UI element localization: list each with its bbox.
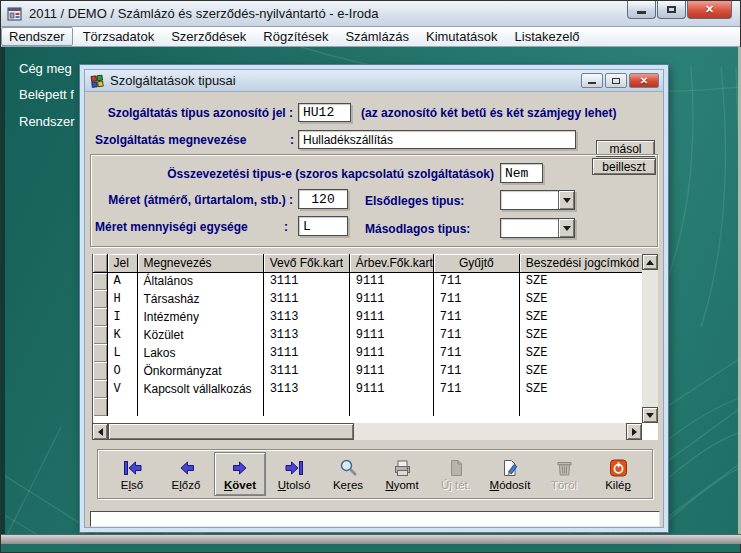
cell-jel: V <box>107 380 137 398</box>
dialog-maximize-button[interactable] <box>605 73 627 88</box>
row-selector[interactable] <box>93 290 107 308</box>
vertical-scrollbar[interactable] <box>642 254 658 423</box>
cell-jel: K <box>107 326 137 344</box>
cell-empty <box>137 398 263 416</box>
cell-rbev-f-k-kart: 9111 <box>349 272 433 290</box>
prev-button[interactable]: Előző <box>160 452 212 496</box>
trash-icon <box>554 457 575 478</box>
cell-rbev-f-k-kart: 9111 <box>349 290 433 308</box>
row-selector[interactable] <box>93 362 107 380</box>
menu-item-kimutat-sok[interactable]: Kimutatások <box>419 28 505 45</box>
prev-icon <box>176 457 197 478</box>
cell-vev-f-k-kart: 3111 <box>263 290 349 308</box>
row-selector[interactable] <box>93 380 107 398</box>
scroll-right-button[interactable] <box>626 423 642 440</box>
chevron-down-icon <box>563 226 571 231</box>
maximize-icon <box>612 78 620 84</box>
size-input[interactable] <box>298 189 348 209</box>
window-maximize-button[interactable] <box>657 1 686 19</box>
secondary-type-combo[interactable] <box>500 218 575 238</box>
print-button[interactable]: Nyomt <box>376 452 428 496</box>
cell-gy-jt: 711 <box>433 326 519 344</box>
table-row[interactable]: HTársasház31119111711SZE <box>93 290 642 308</box>
menu-item-listakezel[interactable]: Listakezelő <box>508 28 587 45</box>
last-button[interactable]: Utolsó <box>268 452 320 496</box>
window-minimize-button[interactable] <box>627 1 656 19</box>
service-types-table: JelMegnevezésVevő Fők.kartÁrbev.Fők.kart… <box>93 254 642 416</box>
horizontal-scroll-thumb[interactable] <box>108 423 354 440</box>
menu-item-t-rzsadatok[interactable]: Törzsadatok <box>76 28 162 45</box>
dialog-close-button[interactable]: ✕ <box>629 73 659 88</box>
cell-gy-jt: 711 <box>433 344 519 362</box>
row-selector[interactable] <box>93 272 107 290</box>
column-header-beszed-si-jogc-mk-d[interactable]: Beszedési jogcímkód <box>519 254 642 272</box>
button-label: Keres <box>333 479 363 491</box>
service-name-input[interactable] <box>298 130 576 149</box>
dialog-titlebar[interactable]: Szolgáltatások tipusai ✕ <box>85 70 663 92</box>
menu-item-szerz-d-sek[interactable]: Szerződések <box>164 28 253 45</box>
printer-icon <box>392 457 413 478</box>
arrow-down-icon <box>646 413 654 418</box>
window-close-button[interactable]: ✕ <box>687 1 732 19</box>
primary-type-combo[interactable] <box>500 190 575 210</box>
column-header-jel[interactable]: Jel <box>107 254 137 272</box>
table-row[interactable]: IIntézmény31139111711SZE <box>93 308 642 326</box>
cell-megnevez-s: Intézmény <box>137 308 263 326</box>
unit-input[interactable] <box>298 216 348 236</box>
menu-item-sz-ml-z-s[interactable]: Számlázás <box>338 28 416 45</box>
column-header-vev-f-k-kart[interactable]: Vevő Fők.kart <box>263 254 349 272</box>
scroll-left-button[interactable] <box>92 423 108 440</box>
cell-gy-jt: 711 <box>433 308 519 326</box>
cell-empty <box>519 398 642 416</box>
row-selector[interactable] <box>93 308 107 326</box>
table-row[interactable]: VKapcsolt vállalkozás31139111711SZE <box>93 380 642 398</box>
magnifier-icon <box>338 457 359 478</box>
cell-vev-f-k-kart: 3111 <box>263 362 349 380</box>
service-types-dialog: Szolgáltatások tipusai ✕ Szolgáltatás tí… <box>79 64 669 533</box>
button-label: Nyomt <box>385 479 418 491</box>
next-icon <box>230 457 251 478</box>
menu-item-rendszer[interactable]: Rendszer <box>1 27 73 46</box>
type-code-input[interactable] <box>298 103 351 122</box>
menu-item-r-gz-t-sek[interactable]: Rögzítések <box>256 28 335 45</box>
scroll-up-button[interactable] <box>642 254 658 270</box>
windows-flag-icon <box>89 73 105 89</box>
main-window: 2011 / DEMO / Számlázó és szerződés-nyil… <box>0 0 741 553</box>
button-label: Új tét. <box>441 479 471 491</box>
primary-type-label: Elsődleges tipus: <box>365 194 464 208</box>
primary-type-dropdown-button[interactable] <box>558 191 574 209</box>
dialog-title: Szolgáltatások tipusai <box>110 73 236 88</box>
scroll-down-button[interactable] <box>642 407 658 423</box>
next-button[interactable]: Követ <box>214 452 266 496</box>
cell-beszed-si-jogc-mk-d: SZE <box>519 326 642 344</box>
row-selector[interactable] <box>93 344 107 362</box>
row-selector[interactable] <box>93 326 107 344</box>
button-label: Kilép <box>605 479 631 491</box>
modify-button[interactable]: Módosít <box>484 452 536 496</box>
column-header-megnevez-s[interactable]: Megnevezés <box>137 254 263 272</box>
service-name-colon: : <box>290 133 294 147</box>
merge-type-input[interactable] <box>500 163 543 183</box>
secondary-type-dropdown-button[interactable] <box>558 219 574 237</box>
exit-button[interactable]: Kilép <box>592 452 644 496</box>
table-row-empty <box>93 398 642 416</box>
pencil-icon <box>500 457 521 478</box>
column-header-gy-jt[interactable]: Gyűjtő <box>433 254 519 272</box>
cell-megnevez-s: Önkormányzat <box>137 362 263 380</box>
table-row[interactable]: LLakos31119111711SZE <box>93 344 642 362</box>
last-icon <box>284 457 305 478</box>
cell-vev-f-k-kart: 3111 <box>263 344 349 362</box>
table-row[interactable]: KKözület31139111711SZE <box>93 326 642 344</box>
cell-empty <box>433 398 519 416</box>
type-code-hint: (az azonosító két betű és két számjegy l… <box>361 106 616 120</box>
cell-jel: I <box>107 308 137 326</box>
first-button[interactable]: Első <box>106 452 158 496</box>
table-row[interactable]: AÁltalános31119111711SZE <box>93 272 642 290</box>
search-button[interactable]: Keres <box>322 452 374 496</box>
column-header-rbev-f-k-kart[interactable]: Árbev.Fők.kart <box>349 254 433 272</box>
arrow-left-icon <box>98 428 103 436</box>
cell-rbev-f-k-kart: 9111 <box>349 380 433 398</box>
window-title: 2011 / DEMO / Számlázó és szerződés-nyil… <box>29 6 378 21</box>
dialog-minimize-button[interactable] <box>581 73 603 88</box>
table-row[interactable]: OÖnkormányzat31119111711SZE <box>93 362 642 380</box>
